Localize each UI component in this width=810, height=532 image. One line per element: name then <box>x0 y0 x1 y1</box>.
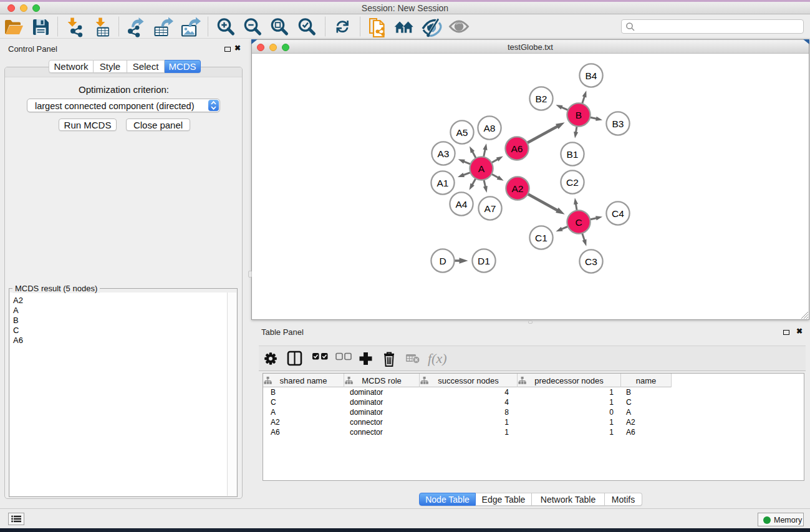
svg-text:f(x): f(x) <box>428 351 447 366</box>
svg-text:A7: A7 <box>485 203 496 214</box>
svg-text:C1: C1 <box>535 233 547 243</box>
svg-text:C3: C3 <box>585 256 597 267</box>
svg-text:A3: A3 <box>438 148 450 159</box>
svg-text:B1: B1 <box>567 149 579 160</box>
svg-text:C2: C2 <box>566 177 579 188</box>
svg-text:A5: A5 <box>456 127 468 138</box>
svg-text:B: B <box>576 110 582 120</box>
svg-text:A: A <box>478 163 485 174</box>
svg-text:C: C <box>575 217 582 228</box>
svg-text:D1: D1 <box>478 256 490 266</box>
svg-text:A6: A6 <box>511 143 523 154</box>
svg-text:B2: B2 <box>536 94 547 104</box>
svg-text:A1: A1 <box>437 178 449 188</box>
svg-text:A8: A8 <box>484 123 496 133</box>
svg-text:D: D <box>439 256 446 266</box>
svg-text:C4: C4 <box>612 208 624 219</box>
svg-text:A4: A4 <box>456 199 468 210</box>
svg-text:B3: B3 <box>612 118 624 129</box>
svg-text:B4: B4 <box>586 70 597 81</box>
svg-text:A2: A2 <box>512 183 524 194</box>
